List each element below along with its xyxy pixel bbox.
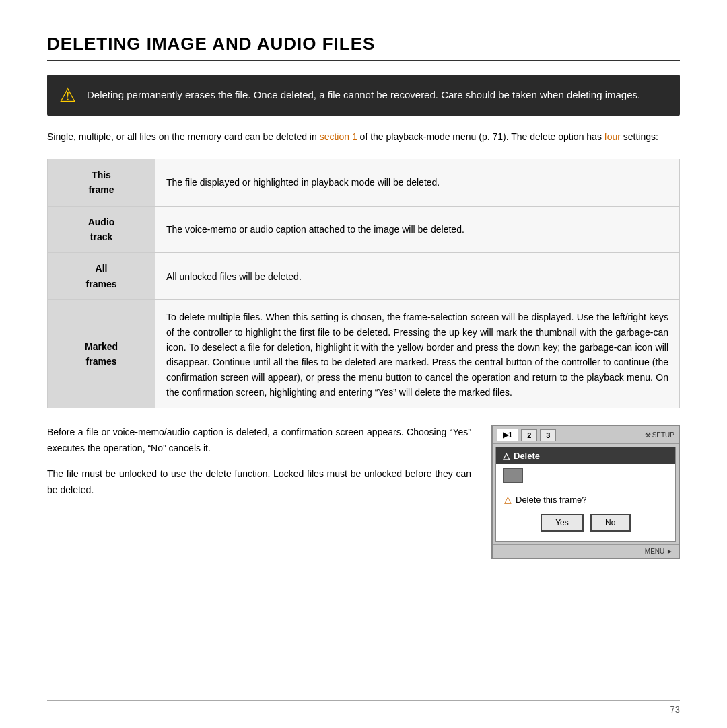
bottom-paragraph1: Before a file or voice-memo/audio captio… <box>47 425 471 457</box>
menu-arrow-icon: ► <box>666 548 673 555</box>
page: DELETING IMAGE AND AUDIO FILES ⚠ Deletin… <box>0 0 727 728</box>
bottom-text-block: Before a file or voice-memo/audio captio… <box>47 425 471 559</box>
content-marked-frames: To delete multiple files. When this sett… <box>155 300 680 408</box>
dialog-warning-icon: △ <box>504 494 512 505</box>
camera-tab-icon: ▶ <box>503 431 508 439</box>
label-all-frames: Allframes <box>48 253 155 300</box>
warning-text: Deleting permanently erases the file. On… <box>87 87 640 103</box>
intro-highlight1: section 1 <box>320 131 357 142</box>
delete-label: Delete <box>514 451 540 461</box>
intro-paragraph: Single, multiple, or all files on the me… <box>47 129 680 145</box>
intro-text-after: settings: <box>621 131 658 142</box>
label-audio-track: Audiotrack <box>48 206 155 253</box>
warning-icon: ⚠ <box>59 84 76 106</box>
content-audio-track: The voice-memo or audio caption attached… <box>155 206 680 253</box>
wrench-icon: ⚒ <box>645 431 651 439</box>
label-marked-frames: Markedframes <box>48 300 155 408</box>
dialog-question-text: Delete this frame? <box>516 495 587 505</box>
page-title: DELETING IMAGE AND AUDIO FILES <box>47 34 680 61</box>
content-all-frames: All unlocked files will be deleted. <box>155 253 680 300</box>
camera-body: △ Delete △ Delete this frame? Yes No <box>495 447 676 542</box>
bottom-section: Before a file or voice-memo/audio captio… <box>47 425 680 559</box>
camera-tab-3-label: 3 <box>546 431 550 439</box>
camera-tab-2[interactable]: 2 <box>521 429 537 441</box>
content-this-frame: The file displayed or highlighted in pla… <box>155 159 680 206</box>
warning-box: ⚠ Deleting permanently erases the file. … <box>47 75 680 116</box>
no-button[interactable]: No <box>590 514 631 532</box>
table-row-marked-frames: Markedframes To delete multiple files. W… <box>48 300 680 408</box>
intro-text-before: Single, multiple, or all files on the me… <box>47 131 320 142</box>
camera-screen: ▶1 2 3 ⚒ SETUP △ Delete <box>491 425 680 559</box>
yes-button[interactable]: Yes <box>541 514 584 532</box>
camera-top-bar: ▶1 2 3 ⚒ SETUP <box>493 426 679 444</box>
bottom-rule <box>47 700 680 701</box>
table-row-this-frame: Thisframe The file displayed or highligh… <box>48 159 680 206</box>
camera-tab-2-label: 2 <box>527 431 531 439</box>
setup-label: SETUP <box>652 431 674 439</box>
settings-table: Thisframe The file displayed or highligh… <box>47 159 680 409</box>
label-this-frame: Thisframe <box>48 159 155 206</box>
camera-buttons: Yes No <box>504 514 667 532</box>
camera-tab-1[interactable]: ▶1 <box>497 429 518 441</box>
camera-setup: ⚒ SETUP <box>645 431 674 439</box>
table-row-audio-track: Audiotrack The voice-memo or audio capti… <box>48 206 680 253</box>
camera-thumbnail-row <box>496 464 675 487</box>
camera-thumbnail <box>503 468 523 483</box>
camera-tab-label: 1 <box>508 431 512 439</box>
menu-label: MENU <box>645 548 664 555</box>
delete-warning-icon: △ <box>503 451 510 461</box>
intro-text-middle: of the playback-mode menu (p. 71). The d… <box>357 131 604 142</box>
table-row-all-frames: Allframes All unlocked files will be del… <box>48 253 680 300</box>
camera-delete-header: △ Delete <box>496 447 675 464</box>
camera-dialog-inner: △ Delete this frame? Yes No <box>496 487 675 541</box>
bottom-paragraph2: The file must be unlocked to use the del… <box>47 466 471 499</box>
camera-dialog-question: △ Delete this frame? <box>504 494 667 505</box>
intro-highlight2: four <box>604 131 621 142</box>
camera-tab-3[interactable]: 3 <box>540 429 556 441</box>
page-number: 73 <box>670 704 680 715</box>
camera-menu-bar: MENU ► <box>493 544 679 558</box>
